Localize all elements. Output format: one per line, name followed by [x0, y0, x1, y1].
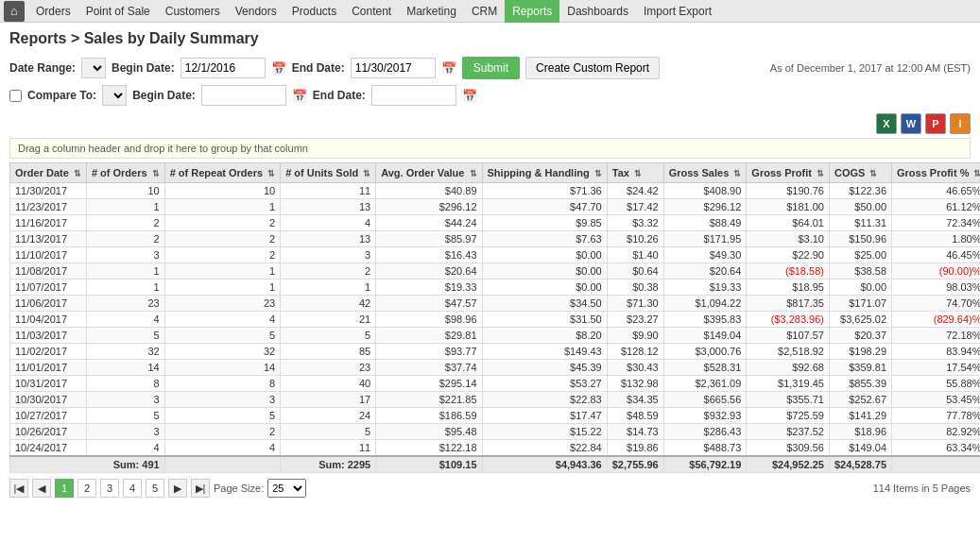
nav-import-export[interactable]: Import Export	[636, 0, 719, 23]
table-cell: 5	[281, 328, 376, 344]
table-row: 11/13/20172213$85.97$7.63$10.26$171.95$3…	[10, 231, 981, 247]
page-prev-button[interactable]: ◀	[32, 479, 51, 498]
table-row: 11/07/2017111$19.33$0.00$0.38$19.33$18.9…	[10, 279, 981, 296]
begin-date-label: Begin Date:	[112, 61, 175, 75]
compare-begin-cal-icon[interactable]: 📅	[292, 89, 307, 103]
col-gross-sales[interactable]: Gross Sales ⇅	[663, 163, 747, 183]
col-units-sold[interactable]: # of Units Sold ⇅	[281, 163, 376, 183]
nav-pos[interactable]: Point of Sale	[78, 0, 158, 23]
table-cell: 14	[86, 360, 164, 376]
compare-end-cal-icon[interactable]: 📅	[462, 89, 477, 103]
table-cell: $171.95	[663, 231, 747, 247]
breadcrumb: Reports > Sales by Daily Summary	[9, 30, 971, 47]
nav-products[interactable]: Products	[284, 0, 344, 23]
nav-vendors[interactable]: Vendors	[228, 0, 284, 23]
table-cell: $9.85	[482, 215, 607, 231]
table-cell: 98.03%	[892, 279, 980, 296]
table-cell: 2	[164, 231, 280, 247]
table-cell: $53.27	[482, 376, 607, 392]
export-icons-bar: X W P I	[9, 113, 971, 134]
nav-customers[interactable]: Customers	[158, 0, 228, 23]
nav-marketing[interactable]: Marketing	[399, 0, 464, 23]
nav-content[interactable]: Content	[344, 0, 399, 23]
table-cell: 2	[164, 215, 280, 231]
table-row: 10/27/20175524$186.59$17.47$48.59$932.93…	[10, 408, 981, 424]
table-cell: 1	[164, 279, 280, 296]
table-cell: 46.65%	[892, 183, 980, 199]
table-cell: $198.29	[829, 344, 891, 360]
sum-tax: $2,755.96	[607, 456, 663, 473]
top-navigation: ⌂ Orders Point of Sale Customers Vendors…	[0, 0, 980, 23]
sum-gross-sales: $56,792.19	[663, 456, 747, 473]
page-size-select[interactable]: 25 50 100	[267, 479, 306, 498]
table-row: 11/23/20171113$296.12$47.70$17.42$296.12…	[10, 199, 981, 215]
col-order-date[interactable]: Order Date ⇅	[10, 163, 87, 183]
table-cell: $40.89	[376, 183, 482, 199]
table-cell: 23	[164, 296, 280, 312]
compare-begin-date-input[interactable]	[201, 85, 286, 106]
create-custom-report-button[interactable]: Create Custom Report	[525, 57, 660, 79]
table-cell: $132.98	[607, 376, 663, 392]
table-cell: 10/30/2017	[10, 392, 87, 408]
table-cell: $18.96	[829, 424, 891, 440]
table-cell: 61.12%	[892, 199, 980, 215]
table-cell: $3.10	[747, 231, 830, 247]
page-first-button[interactable]: |◀	[9, 479, 28, 498]
nav-reports[interactable]: Reports	[505, 0, 559, 23]
table-cell: $190.76	[747, 183, 830, 199]
table-cell: $296.12	[376, 199, 482, 215]
home-icon[interactable]: ⌂	[4, 1, 25, 22]
table-cell: $22.84	[482, 440, 607, 457]
table-row: 10/31/20178840$295.14$53.27$132.98$2,361…	[10, 376, 981, 392]
page-4-button[interactable]: 4	[123, 479, 142, 498]
col-repeat-orders[interactable]: # of Repeat Orders ⇅	[164, 163, 280, 183]
export-excel-icon[interactable]: X	[876, 113, 897, 134]
table-cell: $252.67	[829, 392, 891, 408]
end-date-calendar-icon[interactable]: 📅	[441, 61, 456, 76]
col-cogs[interactable]: COGS ⇅	[829, 163, 891, 183]
table-cell: $528.31	[663, 360, 747, 376]
col-gross-profit-pct[interactable]: Gross Profit % ⇅	[892, 163, 980, 183]
nav-orders[interactable]: Orders	[28, 0, 78, 23]
page-2-button[interactable]: 2	[77, 479, 96, 498]
table-cell: ($18.58)	[747, 263, 830, 279]
table-cell: 1	[86, 199, 164, 215]
nav-crm[interactable]: CRM	[464, 0, 505, 23]
table-cell: 11/23/2017	[10, 199, 87, 215]
table-cell: 8	[164, 376, 280, 392]
col-avg-order[interactable]: Avg. Order Value ⇅	[376, 163, 482, 183]
col-tax[interactable]: Tax ⇅	[607, 163, 663, 183]
table-header-row: Order Date ⇅ # of Orders ⇅ # of Repeat O…	[10, 163, 981, 183]
begin-date-input[interactable]	[181, 58, 266, 78]
begin-date-calendar-icon[interactable]: 📅	[271, 61, 286, 76]
end-date-input[interactable]	[351, 58, 436, 78]
col-shipping[interactable]: Shipping & Handling ⇅	[482, 163, 607, 183]
table-cell: $20.64	[663, 263, 747, 279]
filter-row-2: Compare To: Begin Date: 📅 End Date: 📅	[9, 85, 971, 106]
submit-button[interactable]: Submit	[462, 57, 520, 79]
nav-dashboards[interactable]: Dashboards	[559, 0, 636, 23]
table-cell: $24.42	[607, 183, 663, 199]
table-cell: $25.00	[829, 247, 891, 263]
export-pdf-icon[interactable]: P	[925, 113, 946, 134]
export-word-icon[interactable]: W	[901, 113, 921, 134]
table-cell: $19.33	[663, 279, 747, 296]
table-cell: $29.81	[376, 328, 482, 344]
table-cell: 21	[281, 312, 376, 328]
export-image-icon[interactable]: I	[950, 113, 971, 134]
page-next-button[interactable]: ▶	[168, 479, 187, 498]
compare-end-date-input[interactable]	[371, 85, 456, 106]
page-1-button[interactable]: 1	[55, 479, 74, 498]
table-cell: 2	[86, 231, 164, 247]
page-5-button[interactable]: 5	[146, 479, 164, 498]
page-3-button[interactable]: 3	[100, 479, 119, 498]
compare-to-checkbox[interactable]	[9, 90, 22, 102]
table-cell: $295.14	[376, 376, 482, 392]
compare-to-select[interactable]	[102, 85, 127, 106]
page-last-button[interactable]: ▶|	[191, 479, 210, 498]
col-num-orders[interactable]: # of Orders ⇅	[86, 163, 164, 183]
compare-begin-label: Begin Date:	[132, 89, 196, 102]
date-range-select[interactable]	[81, 58, 106, 78]
table-cell: 10	[164, 183, 280, 199]
col-gross-profit[interactable]: Gross Profit ⇅	[747, 163, 830, 183]
